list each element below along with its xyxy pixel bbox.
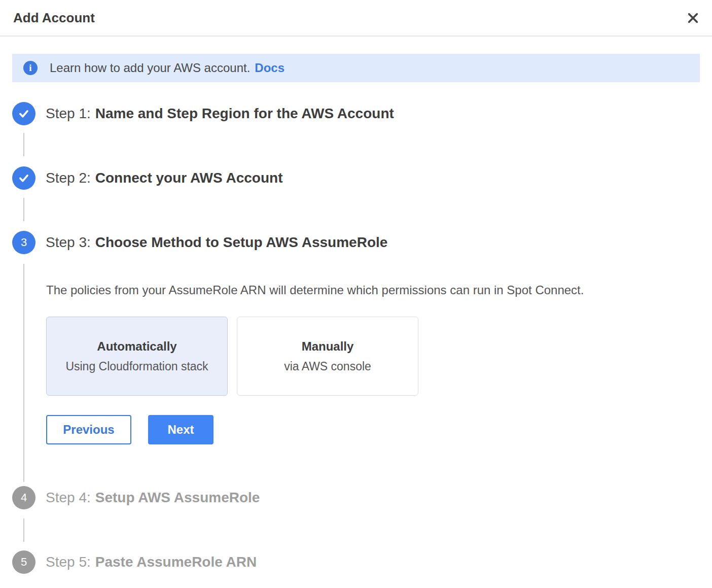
modal-header: Add Account	[0, 0, 712, 37]
step-5-number-circle: 5	[12, 550, 35, 574]
step-1-title: Name and Step Region for the AWS Account	[95, 106, 394, 121]
previous-button[interactable]: Previous	[46, 415, 131, 444]
close-icon	[686, 11, 700, 25]
step-connector	[23, 198, 24, 221]
next-button[interactable]: Next	[148, 415, 213, 444]
step-2-label: Step 2:Connect your AWS Account	[46, 170, 282, 186]
modal-title: Add Account	[13, 10, 95, 26]
check-icon	[17, 171, 30, 185]
step-4-number-circle: 4	[12, 486, 35, 509]
step-4-prefix: Step 4:	[46, 490, 91, 505]
info-icon: i	[23, 61, 38, 75]
step-3-label: Step 3:Choose Method to Setup AWS Assume…	[46, 234, 387, 251]
step-5-prefix: Step 5:	[46, 554, 91, 570]
setup-method-options: Automatically Using Cloudformation stack…	[46, 317, 700, 396]
step-connector	[23, 133, 24, 156]
step-3-title: Choose Method to Setup AWS AssumeRole	[95, 234, 388, 250]
step-2-prefix: Step 2:	[46, 170, 91, 186]
step-4-label: Step 4:Setup AWS AssumeRole	[46, 490, 260, 506]
step-3-actions: Previous Next	[46, 415, 700, 444]
step-3-number-circle: 3	[12, 231, 35, 254]
step-1-label: Step 1:Name and Step Region for the AWS …	[46, 106, 394, 122]
step-4-number: 4	[21, 492, 27, 503]
step-1-prefix: Step 1:	[46, 106, 91, 121]
step-4-row: 4 Step 4:Setup AWS AssumeRole	[12, 486, 700, 509]
step-3-content: The policies from your AssumeRole ARN wi…	[12, 254, 700, 486]
step-5-label: Step 5:Paste AssumeRole ARN	[46, 554, 257, 570]
option-manually-title: Manually	[302, 339, 354, 354]
step-4-title: Setup AWS AssumeRole	[95, 490, 260, 505]
info-banner: i Learn how to add your AWS account. Doc…	[12, 54, 700, 82]
option-manually-subtitle: via AWS console	[284, 360, 371, 373]
step-1-row: Step 1:Name and Step Region for the AWS …	[12, 102, 700, 125]
banner-text: Learn how to add your AWS account.	[50, 61, 250, 75]
option-manually[interactable]: Manually via AWS console	[237, 317, 418, 396]
step-3-prefix: Step 3:	[46, 234, 91, 250]
step-3-description: The policies from your AssumeRole ARN wi…	[46, 283, 700, 297]
option-automatically-title: Automatically	[97, 339, 176, 354]
docs-link[interactable]: Docs	[255, 61, 284, 75]
step-connector	[23, 518, 24, 542]
step-2-title: Connect your AWS Account	[95, 170, 283, 186]
step-connector	[23, 264, 24, 482]
modal-content: i Learn how to add your AWS account. Doc…	[0, 54, 712, 574]
step-5-title: Paste AssumeRole ARN	[95, 554, 257, 570]
step-2-row: Step 2:Connect your AWS Account	[12, 166, 700, 190]
option-automatically-subtitle: Using Cloudformation stack	[65, 360, 208, 373]
step-1-completed-circle	[12, 102, 35, 125]
close-button[interactable]	[683, 8, 703, 28]
step-3-row: 3 Step 3:Choose Method to Setup AWS Assu…	[12, 231, 700, 254]
step-3-number: 3	[21, 237, 27, 248]
step-5-number: 5	[21, 557, 27, 568]
option-automatically[interactable]: Automatically Using Cloudformation stack	[46, 317, 228, 396]
step-2-completed-circle	[12, 166, 35, 190]
step-5-row: 5 Step 5:Paste AssumeRole ARN	[12, 550, 700, 574]
add-account-modal: Add Account i Learn how to add your AWS …	[0, 0, 712, 574]
check-icon	[17, 107, 30, 120]
